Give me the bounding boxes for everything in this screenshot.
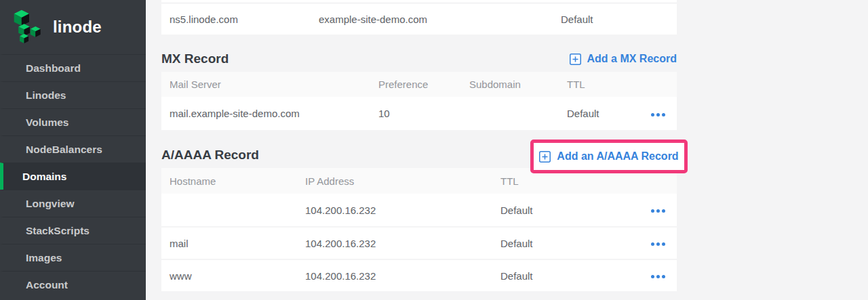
row-actions-menu-button[interactable] (650, 271, 667, 282)
sidebar-item-label: Account (26, 279, 68, 291)
aaaa-row-actions (650, 236, 677, 250)
mx-preference-cell: 10 (370, 108, 461, 119)
dot-icon (651, 242, 654, 246)
mx-header-mail-server: Mail Server (161, 79, 370, 90)
aaaa-ttl-cell: Default (492, 238, 636, 249)
linode-cubes-icon (12, 7, 47, 47)
aaaa-table-row: 104.200.16.232 Default (161, 194, 677, 226)
app-window: linode Dashboard Linodes Volumes NodeBal… (0, 0, 868, 300)
sidebar-item-label: Dashboard (26, 62, 81, 74)
row-actions-menu-button[interactable] (650, 238, 667, 250)
main-content: ns5.linode.com example-site-demo.com Def… (146, 0, 868, 300)
aaaa-section-title: A/AAAA Record (161, 148, 259, 163)
ns-name-server-cell: ns5.linode.com (161, 14, 311, 25)
sidebar-item-label: Domains (22, 171, 66, 183)
sidebar-item-label: Volumes (26, 116, 68, 129)
plus-square-icon (570, 53, 581, 65)
dot-icon (656, 209, 660, 213)
aaaa-header-ip-address: IP Address (297, 175, 492, 187)
sidebar-item-images[interactable]: Images (0, 244, 146, 271)
dot-icon (662, 275, 665, 278)
dot-icon (651, 275, 654, 278)
mx-table-header: Mail Server Preference Subdomain TTL (161, 72, 677, 97)
sidebar-item-nodebalancers[interactable]: NodeBalancers (0, 135, 146, 163)
sidebar-item-label: StackScripts (26, 225, 90, 237)
dot-icon (656, 242, 660, 246)
sidebar-item-label: Linodes (26, 89, 66, 102)
add-mx-record-label: Add a MX Record (587, 53, 677, 65)
logo-wordmark: linode (53, 18, 102, 37)
dot-icon (651, 113, 654, 116)
sidebar-item-domains[interactable]: Domains (0, 163, 146, 190)
dot-icon (656, 275, 660, 278)
aaaa-ttl-cell: Default (492, 270, 636, 282)
mx-ttl-cell: Default (559, 108, 633, 119)
sidebar: linode Dashboard Linodes Volumes NodeBal… (0, 0, 146, 300)
aaaa-ip-cell: 104.200.16.232 (297, 270, 492, 282)
aaaa-hostname-cell: mail (161, 238, 297, 249)
sidebar-item-dashboard[interactable]: Dashboard (0, 54, 146, 81)
add-aaaa-record-label: Add an A/AAAA Record (557, 150, 678, 163)
plus-square-icon (539, 151, 551, 163)
sidebar-item-label: Images (26, 252, 62, 264)
dot-icon (662, 113, 665, 116)
aaaa-ttl-cell: Default (492, 205, 636, 216)
sidebar-item-label: NodeBalancers (26, 144, 102, 156)
mx-mail-server-cell: mail.example-site-demo.com (161, 108, 370, 119)
linode-logo[interactable]: linode (0, 0, 146, 54)
sidebar-item-label: Longview (26, 198, 74, 210)
mx-header-ttl: TTL (559, 79, 633, 90)
ns-table-row: ns5.linode.com example-site-demo.com Def… (161, 3, 677, 35)
ns-subdomain-cell: example-site-demo.com (311, 14, 553, 25)
dot-icon (651, 209, 654, 213)
mx-section-header: MX Record Add a MX Record (161, 46, 677, 72)
dot-icon (656, 113, 660, 116)
mx-row-actions (650, 107, 677, 121)
dot-icon (662, 242, 665, 246)
mx-header-subdomain: Subdomain (461, 79, 559, 90)
row-actions-menu-button[interactable] (650, 109, 667, 121)
dot-icon (662, 209, 665, 213)
highlight-annotation: Add an A/AAAA Record (530, 140, 688, 173)
sidebar-item-account[interactable]: Account (0, 271, 146, 298)
mx-section-title: MX Record (161, 51, 229, 66)
aaaa-ip-cell: 104.200.16.232 (297, 238, 492, 249)
aaaa-header-ttl: TTL (492, 175, 636, 187)
ns-ttl-cell: Default (553, 14, 677, 25)
row-actions-menu-button[interactable] (650, 205, 667, 217)
sidebar-item-linodes[interactable]: Linodes (0, 81, 146, 108)
aaaa-row-actions (650, 203, 677, 217)
mx-table-row: mail.example-site-demo.com 10 Default (161, 97, 677, 130)
sidebar-item-volumes[interactable]: Volumes (0, 108, 146, 135)
sidebar-nav: Dashboard Linodes Volumes NodeBalancers … (0, 54, 146, 298)
add-aaaa-record-link[interactable]: Add an A/AAAA Record (539, 150, 678, 163)
aaaa-ip-cell: 104.200.16.232 (297, 205, 492, 216)
mx-header-preference: Preference (370, 79, 461, 90)
sidebar-item-stackscripts[interactable]: StackScripts (0, 217, 146, 244)
aaaa-header-hostname: Hostname (161, 175, 297, 187)
add-mx-record-link[interactable]: Add a MX Record (570, 53, 677, 65)
aaaa-hostname-cell: www (161, 270, 297, 282)
aaaa-table-row: mail 104.200.16.232 Default (161, 226, 677, 259)
sidebar-item-longview[interactable]: Longview (0, 190, 146, 217)
aaaa-table-row: www 104.200.16.232 Default (161, 259, 677, 291)
aaaa-row-actions (650, 269, 677, 282)
